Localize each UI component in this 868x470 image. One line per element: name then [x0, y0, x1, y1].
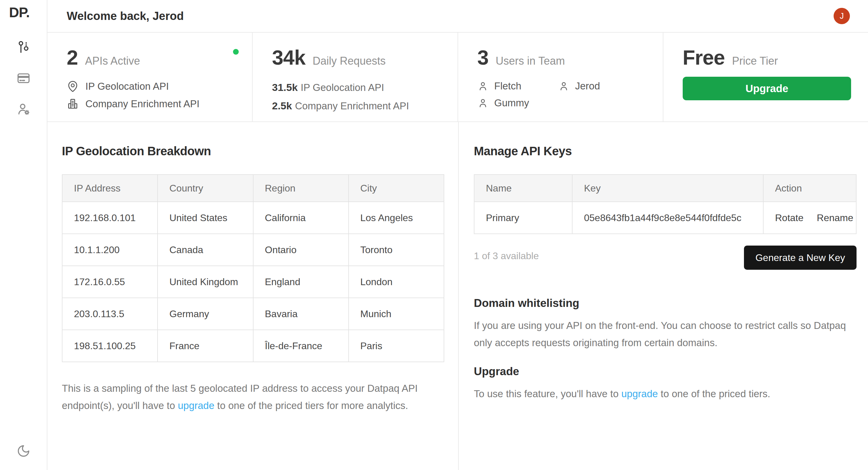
upgrade-button[interactable]: Upgrade [683, 77, 851, 100]
card-apis-active: 2 APIs Active IP Geolocation API [48, 33, 253, 121]
geo-table: IP Address Country Region City 192.168.0… [62, 174, 444, 362]
metric-value: 2 [67, 47, 78, 68]
credit-card-icon[interactable] [17, 71, 30, 85]
api-list: IP Geolocation API Company Enrichment AP… [67, 80, 235, 110]
table-cell: Bavaria [253, 298, 349, 330]
table-cell: London [349, 266, 444, 298]
top-header: Welcome back, Jerod J [48, 0, 868, 33]
app-root: DP. [0, 0, 868, 470]
domain-whitelisting-body: If you are using your API on the front-e… [474, 317, 857, 351]
breakdown-label: IP Geolocation API [301, 82, 384, 93]
metric: 2 APIs Active [67, 47, 235, 68]
user-icon [558, 81, 569, 91]
request-breakdown: 31.5kIP Geolocation API 2.5kCompany Enri… [272, 82, 440, 112]
card-price-tier: Free Price Tier Upgrade [663, 33, 868, 121]
column-header: Key [572, 175, 763, 202]
rename-key-button[interactable]: Rename [817, 212, 853, 224]
rotate-key-button[interactable]: Rotate [775, 212, 803, 224]
column-header: Action [763, 175, 856, 202]
table-row: Primary 05e8643fb1a44f9c8e8e544f0fdfde5c… [474, 202, 856, 234]
map-pin-icon [67, 80, 79, 92]
section-title: IP Geolocation Breakdown [62, 144, 444, 158]
list-item-label: Company Enrichment API [85, 98, 199, 110]
user-settings-icon[interactable] [17, 102, 30, 116]
upgrade-heading: Upgrade [474, 365, 857, 378]
key-actions: Rotate Rename [775, 212, 856, 224]
status-dot [233, 49, 239, 55]
table-cell: Germany [158, 298, 253, 330]
table-cell: 10.1.1.200 [62, 234, 158, 266]
table-row: 203.0.113.5 Germany Bavaria Munich [62, 298, 444, 330]
table-cell: Ontario [253, 234, 349, 266]
keys-availability: 1 of 3 available [474, 251, 539, 262]
user-icon [477, 81, 488, 91]
list-item-label: IP Geolocation API [85, 81, 169, 92]
metric: 3 Users in Team [477, 47, 646, 68]
metric-label: APIs Active [85, 55, 140, 67]
key-name-cell: Primary [474, 202, 572, 234]
domain-whitelisting-heading: Domain whitelisting [474, 297, 857, 310]
table-cell: Munich [349, 298, 444, 330]
metric-label: Price Tier [732, 55, 778, 67]
table-cell: California [253, 202, 349, 234]
breakdown-row: 31.5kIP Geolocation API [272, 82, 440, 93]
breakdown-label: Company Enrichment API [295, 100, 409, 112]
table-cell: United Kingdom [158, 266, 253, 298]
api-keys-table: Name Key Action Primary 05e8643fb1a44f9c… [474, 174, 857, 234]
table-cell: 198.51.100.25 [62, 330, 158, 362]
table-cell: France [158, 330, 253, 362]
user-icon [477, 97, 488, 109]
table-row: 198.51.100.25 France Île-de-France Paris [62, 330, 444, 362]
avatar[interactable]: J [834, 8, 850, 24]
card-users-in-team: 3 Users in Team Fletch [458, 33, 663, 121]
table-cell: 192.168.0.101 [62, 202, 158, 234]
table-row: 192.168.0.101 United States California L… [62, 202, 444, 234]
sliders-icon[interactable] [17, 40, 30, 54]
team-user: Gummy [477, 97, 558, 109]
geo-footnote: This is a sampling of the last 5 geoloca… [62, 380, 427, 414]
footnote-text: to one of the priced tiers for more anal… [214, 400, 408, 411]
team-user-name: Jerod [575, 80, 600, 92]
api-keys-panel: Manage API Keys Name Key Action Primary … [459, 122, 868, 470]
table-cell: Los Angeles [349, 202, 444, 234]
column-header: City [349, 175, 444, 202]
column-header: IP Address [62, 175, 158, 202]
table-header-row: IP Address Country Region City [62, 175, 444, 202]
table-cell: 203.0.113.5 [62, 298, 158, 330]
table-cell: England [253, 266, 349, 298]
content: IP Geolocation Breakdown IP Address Coun… [48, 122, 868, 470]
upgrade-link[interactable]: upgrade [621, 388, 658, 399]
moon-icon[interactable] [17, 444, 30, 458]
key-actions-cell: Rotate Rename [763, 202, 856, 234]
upgrade-link[interactable]: upgrade [178, 400, 214, 411]
upgrade-body-text: to one of the priced tiers. [658, 388, 770, 399]
breakdown-row: 2.5kCompany Enrichment API [272, 100, 440, 112]
team-user: Jerod [558, 80, 646, 92]
table-header-row: Name Key Action [474, 175, 856, 202]
team-user-list: Fletch Jerod [477, 80, 646, 109]
column-header: Name [474, 175, 572, 202]
table-cell: Toronto [349, 234, 444, 266]
metric-label: Daily Requests [313, 55, 386, 67]
upgrade-body-text: To use this feature, you'll have to [474, 388, 621, 399]
sidebar: DP. [0, 0, 48, 470]
card-daily-requests: 34k Daily Requests 31.5kIP Geolocation A… [253, 33, 458, 121]
main-area: Welcome back, Jerod J 2 APIs Active [48, 0, 868, 470]
generate-key-button[interactable]: Generate a New Key [744, 245, 857, 270]
team-user-name: Fletch [494, 80, 522, 92]
table-cell: Canada [158, 234, 253, 266]
table-row: 10.1.1.200 Canada Ontario Toronto [62, 234, 444, 266]
table-row: 172.16.0.55 United Kingdom England Londo… [62, 266, 444, 298]
team-user-name: Gummy [494, 97, 529, 109]
list-item: Company Enrichment API [67, 98, 235, 110]
sidebar-nav [17, 40, 30, 116]
sidebar-footer [17, 444, 30, 458]
team-user: Fletch [477, 80, 558, 92]
metric: 34k Daily Requests [272, 47, 440, 68]
table-cell: United States [158, 202, 253, 234]
metric-label: Users in Team [496, 55, 565, 67]
keys-meta-row: 1 of 3 available Generate a New Key [474, 245, 857, 270]
section-title: Manage API Keys [474, 144, 857, 158]
column-header: Region [253, 175, 349, 202]
upgrade-body: To use this feature, you'll have to upgr… [474, 385, 857, 402]
